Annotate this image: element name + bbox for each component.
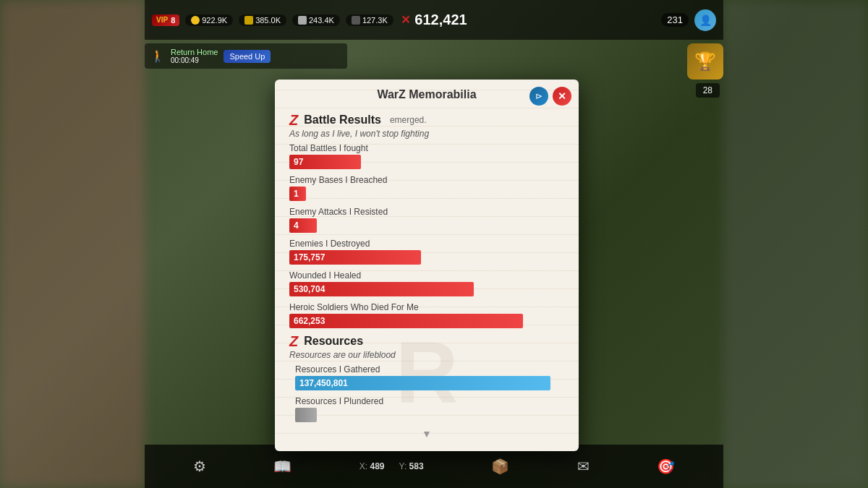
battle-title: Battle Results [304,114,381,127]
resources-gathered-bar: 137,450,801 [295,376,550,390]
bottom-mail-icon[interactable]: ✉ [577,458,590,475]
share-icon: ⊳ [535,91,542,101]
blur-right [723,0,868,488]
return-label: Return Home [171,48,218,56]
stat-value-3: 175,757 [294,252,325,262]
blur-left [0,0,145,488]
hud-score: ✕ 612,421 [401,12,467,28]
gold-value: 922.9K [202,16,227,25]
battle-subtitle: As long as I live, I won't stop fighting [289,129,564,139]
resource-food: 385.0K [239,14,286,26]
stat-bar-container-0: 97 [289,155,564,169]
stat-resources-plundered: Resources I Plundered [295,396,564,422]
stat-bar-container-2: 4 [289,218,564,233]
y-label: Y: 583 [399,461,424,471]
resources-gathered-value: 137,450,801 [299,378,348,388]
stat-bar-container-3: 175,757 [289,250,564,265]
resources-stats: Resources I Gathered 137,450,801 Resourc… [289,364,564,422]
stat-label-4: Wounded I Healed [289,270,564,281]
close-button[interactable]: ✕ [553,87,571,106]
stat-total-battles: Total Battles I fought 97 [289,143,564,169]
stat-value-4: 530,704 [294,284,325,294]
modal-header: WarZ Memorabilia ⊳ ✕ [275,80,579,104]
speed-up-button[interactable]: Speed Up [224,50,271,63]
gold-icon [191,16,200,25]
bottom-target-icon[interactable]: 🎯 [657,458,675,475]
stat-label-3: Enemies I Destroyed [289,239,564,249]
bottom-book-icon[interactable]: 📖 [273,458,292,475]
share-button[interactable]: ⊳ [529,87,548,106]
resources-plundered-bar-container [295,408,564,422]
close-icon: ✕ [558,90,566,102]
score-icon: ✕ [401,13,410,27]
vip-level: 8 [171,16,175,25]
stat-bar-0: 97 [289,155,361,169]
food-icon [244,16,253,25]
score-value: 612,421 [414,12,467,28]
stat-value-5: 662,253 [294,316,325,326]
return-home-bar: 🚶 Return Home 00:00:49 Speed Up [145,43,347,69]
resource-gold: 922.9K [185,14,233,26]
stat-bar-1: 1 [289,187,306,201]
trophy-symbol: 🏆 [694,51,716,72]
hud-bottom-bar: ⚙ 📖 X: 489 Y: 583 📦 ✉ 🎯 [145,445,723,488]
x-coord-value: 489 [370,461,385,471]
stat-bar-container-5: 662,253 [289,314,564,328]
badge-value: 231 [667,14,683,25]
return-timer: 00:00:49 [171,56,218,64]
hud-right-badge: 231 [661,13,689,27]
battle-section-heading: Z Battle Results emerged. [289,113,564,127]
bottom-settings-icon[interactable]: ⚙ [193,458,206,475]
stat-bar-4: 530,704 [289,282,474,296]
memorabilia-modal: WarZ Memorabilia ⊳ ✕ Z Battle Results em… [275,80,579,451]
resources-plundered-label: Resources I Plundered [295,396,564,406]
stat-label-0: Total Battles I fought [289,143,564,153]
vip-badge[interactable]: VIP 8 [152,14,179,26]
y-coord-value: 583 [409,461,424,471]
iron-icon [298,16,307,25]
vip-label: VIP [156,16,168,24]
hud-top-bar: VIP 8 922.9K 385.0K 243.4K 127.3K ✕ 612,… [145,0,723,40]
stat-bar-container-1: 1 [289,187,564,201]
scroll-chevron: ▼ [422,428,432,440]
y-coord-label: Y: [399,461,407,471]
modal-body: Z Battle Results emerged. As long as I l… [275,104,579,440]
z-logo-resources: Z [289,334,298,348]
trophy-icon[interactable]: 🏆 [687,43,723,80]
right-badge-28: 28 [696,83,720,98]
badge-28-value: 28 [703,85,712,95]
stat-bar-2: 4 [289,218,317,233]
resources-section-heading: Z Resources [289,334,564,348]
resources-subtitle: Resources are our lifeblood [289,350,564,360]
z-logo-battle: Z [289,113,298,127]
profile-avatar[interactable]: 👤 [694,9,716,31]
resource-iron: 243.4K [292,14,340,26]
resources-gathered-label: Resources I Gathered [295,364,564,374]
stat-wounded-healed: Wounded I Healed 530,704 [289,270,564,296]
resources-plundered-bar [295,408,317,422]
stat-enemies-destroyed: Enemies I Destroyed 175,757 [289,239,564,265]
x-coord-label: X: [359,461,367,471]
stat-label-5: Heroic Soldiers Who Died For Me [289,302,564,312]
bottom-chest-icon[interactable]: 📦 [491,458,509,475]
food-value: 385.0K [255,16,281,25]
stat-heroic-soldiers: Heroic Soldiers Who Died For Me 662,253 [289,302,564,328]
oil-icon [352,16,360,25]
stat-attacks-resisted: Enemy Attacks I Resisted 4 [289,207,564,233]
x-label: X: 489 [359,461,385,471]
avatar-icon: 👤 [699,14,712,26]
stat-bar-3: 175,757 [289,250,421,265]
iron-value: 243.4K [309,16,334,25]
stat-resources-gathered: Resources I Gathered 137,450,801 [295,364,564,390]
stat-bar-container-4: 530,704 [289,282,564,296]
stat-label-1: Enemy Bases I Breached [289,175,564,185]
resources-section: Z Resources Resources are our lifeblood … [289,334,564,422]
stat-label-2: Enemy Attacks I Resisted [289,207,564,217]
resource-oil: 127.3K [346,14,393,26]
emerged-label: emerged. [390,115,427,125]
oil-value: 127.3K [362,16,388,25]
march-icon: 🚶 [150,49,165,63]
stat-value-0: 97 [294,157,303,167]
scroll-indicator: ▼ [289,428,564,440]
resources-gathered-bar-container: 137,450,801 [295,376,564,390]
